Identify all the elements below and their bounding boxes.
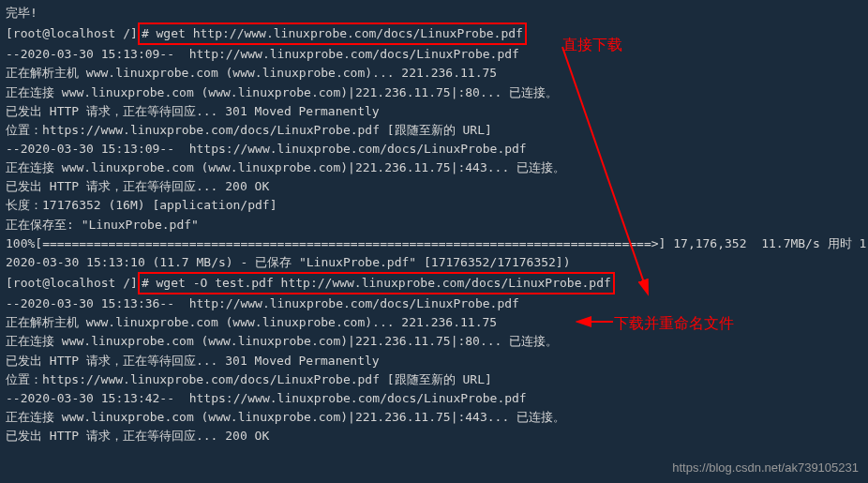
output-line: 位置：https://www.linuxprobe.com/docs/Linux… xyxy=(6,121,862,140)
output-line: 正在解析主机 www.linuxprobe.com (www.linuxprob… xyxy=(6,64,862,83)
output-line: --2020-03-30 15:13:42-- https://www.linu… xyxy=(6,389,862,408)
output-line: 长度：17176352 (16M) [application/pdf] xyxy=(6,196,862,215)
annotation-1: 直接下载 xyxy=(562,34,622,57)
command-line-1: [root@localhost /]# wget http://www.linu… xyxy=(6,23,862,45)
watermark: https://blog.csdn.net/ak739105231 xyxy=(672,459,859,477)
command-line-2: [root@localhost /]# wget -O test.pdf htt… xyxy=(6,272,862,294)
output-line: 已发出 HTTP 请求，正在等待回应... 200 OK xyxy=(6,177,862,196)
output-line: --2020-03-30 15:13:36-- http://www.linux… xyxy=(6,294,862,313)
output-line: 正在连接 www.linuxprobe.com (www.linuxprobe.… xyxy=(6,408,862,427)
output-line: 正在连接 www.linuxprobe.com (www.linuxprobe.… xyxy=(6,158,862,177)
output-line: 正在保存至: "LinuxProbe.pdf" xyxy=(6,216,862,234)
output-line: 已发出 HTTP 请求，正在等待回应... 301 Moved Permanen… xyxy=(6,352,862,370)
output-line: 正在连接 www.linuxprobe.com (www.linuxprobe.… xyxy=(6,83,862,102)
output-line: 2020-03-30 15:13:10 (11.7 MB/s) - 已保存 "L… xyxy=(6,253,862,272)
prompt: [root@localhost /] xyxy=(6,26,138,40)
highlight-cmd-2: # wget -O test.pdf http://www.linuxprobe… xyxy=(138,272,615,294)
output-line: --2020-03-30 15:13:09-- http://www.linux… xyxy=(6,45,862,64)
output-line: 位置：https://www.linuxprobe.com/docs/Linux… xyxy=(6,370,862,389)
annotation-2: 下载并重命名文件 xyxy=(614,312,734,336)
highlight-cmd-1: # wget http://www.linuxprobe.com/docs/Li… xyxy=(138,23,527,45)
output-line: 已发出 HTTP 请求，正在等待回应... 301 Moved Permanen… xyxy=(6,102,862,121)
output-line: 已发出 HTTP 请求，正在等待回应... 200 OK xyxy=(6,427,862,445)
output-line: --2020-03-30 15:13:09-- https://www.linu… xyxy=(6,140,862,158)
output-line: 完毕! xyxy=(6,4,862,23)
progress-line: 100%[===================================… xyxy=(6,234,862,253)
prompt: [root@localhost /] xyxy=(6,276,138,290)
